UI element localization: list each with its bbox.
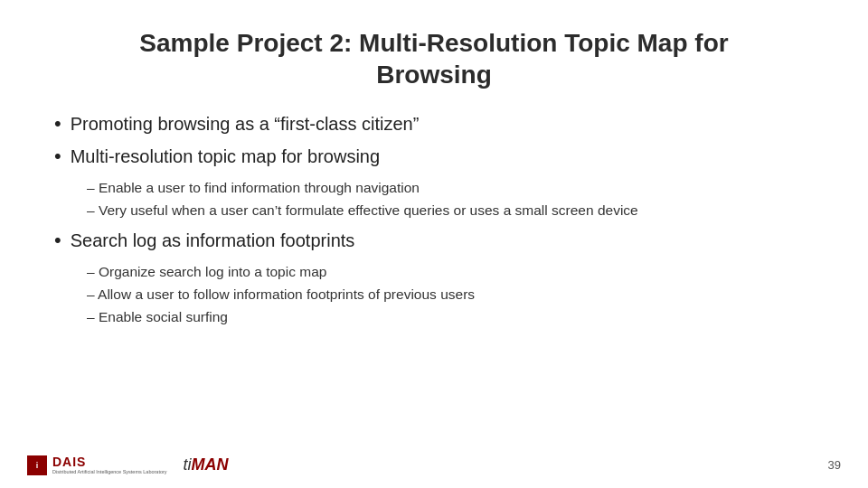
bullet-3: • Search log as information footprints (54, 227, 814, 256)
title-line1: Sample Project 2: Multi-Resolution Topic… (139, 29, 728, 57)
timan-man: MAN (192, 455, 229, 474)
dais-logo-text: DAIS Distributed Artificial Intelligence… (52, 455, 167, 475)
bullet-2-sub-2: – Very useful when a user can’t formulat… (87, 200, 814, 221)
dais-name: DAIS (52, 455, 167, 469)
bullet-3-dot: • (54, 225, 61, 256)
bullet-2-dot: • (54, 141, 61, 172)
bullet-2-subs: – Enable a user to find information thro… (87, 177, 814, 221)
footer-logos: i DAIS Distributed Artificial Intelligen… (27, 455, 229, 475)
bullet-1-dot: • (54, 108, 61, 139)
bullet-3-subs: – Organize search log into a topic map –… (87, 261, 814, 328)
timan-logo: tiMAN (184, 455, 229, 474)
dais-subtitle: Distributed Artificial Intelligence Syst… (52, 469, 167, 475)
bullet-1: • Promoting browsing as a “first-class c… (54, 110, 814, 139)
bullet-3-sub-2: – Allow a user to follow information foo… (87, 284, 814, 305)
bullet-2: • Multi-resolution topic map for browsin… (54, 143, 814, 172)
slide-title: Sample Project 2: Multi-Resolution Topic… (54, 27, 814, 90)
dais-logo: i DAIS Distributed Artificial Intelligen… (27, 455, 167, 475)
bullet-3-text: Search log as information footprints (71, 227, 355, 255)
dais-logo-letter: i (36, 461, 39, 470)
page-number: 39 (828, 458, 841, 472)
slide-footer: i DAIS Distributed Artificial Intelligen… (0, 455, 868, 475)
title-line2: Browsing (376, 61, 492, 89)
bullet-2-sub-1: – Enable a user to find information thro… (87, 177, 814, 198)
dais-logo-box: i (27, 455, 47, 475)
bullet-3-sub-3: – Enable social surfing (87, 306, 814, 327)
bullet-3-sub-1: – Organize search log into a topic map (87, 261, 814, 282)
bullet-1-text: Promoting browsing as a “first-class cit… (71, 110, 420, 138)
timan-ti: ti (184, 455, 192, 474)
slide-content: • Promoting browsing as a “first-class c… (54, 110, 814, 328)
bullet-2-text: Multi-resolution topic map for browsing (71, 143, 380, 171)
slide: Sample Project 2: Multi-Resolution Topic… (0, 0, 868, 488)
